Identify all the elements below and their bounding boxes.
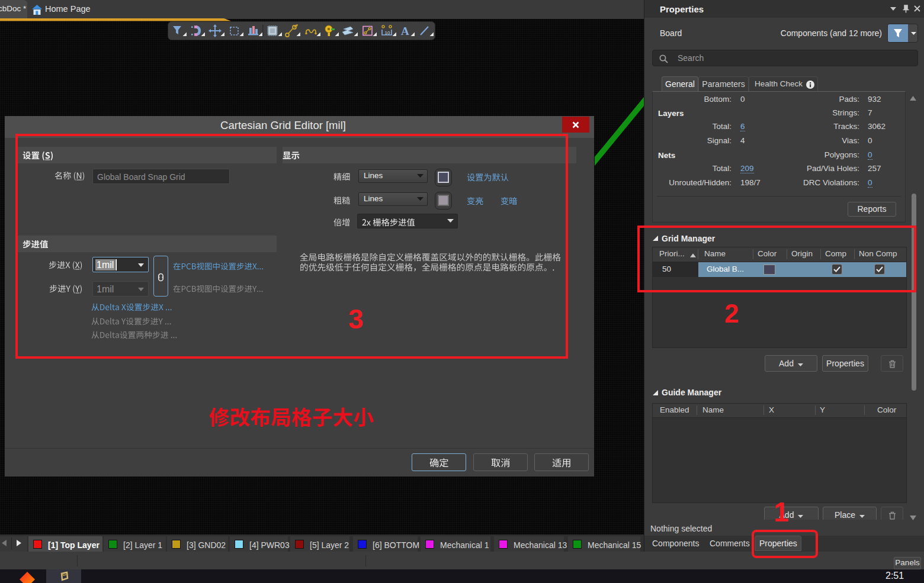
svg-text:A: A	[401, 25, 409, 37]
svg-text:10: 10	[385, 30, 390, 36]
